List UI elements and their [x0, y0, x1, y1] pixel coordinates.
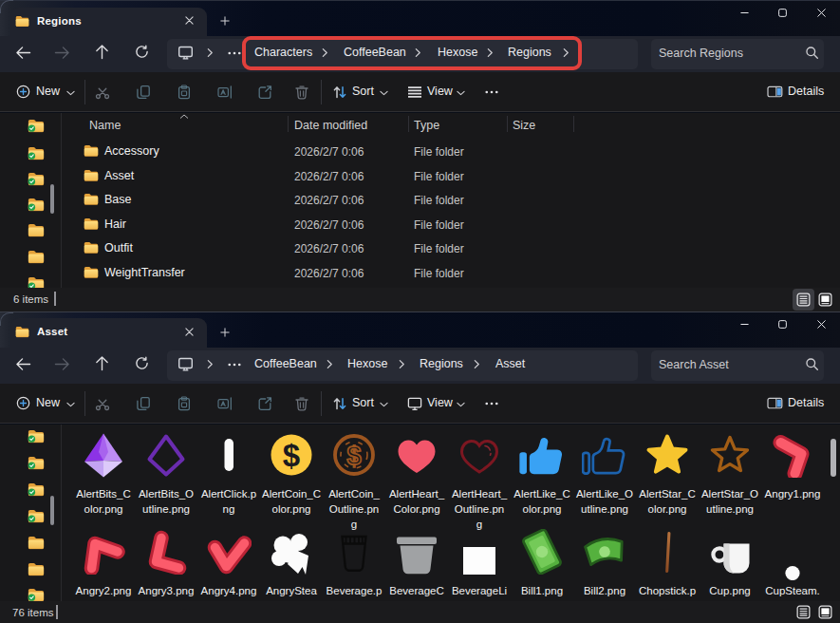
- svg-text:$: $: [346, 442, 361, 470]
- svg-text:$: $: [283, 438, 300, 473]
